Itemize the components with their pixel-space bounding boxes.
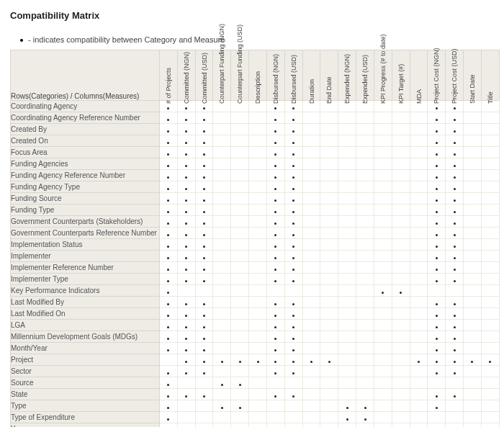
dot-icon xyxy=(292,269,294,271)
matrix-cell xyxy=(446,297,464,308)
dot-icon xyxy=(185,188,187,190)
matrix-cell xyxy=(410,135,428,147)
matrix-cell xyxy=(177,251,195,262)
matrix-cell xyxy=(213,377,231,389)
dot-icon xyxy=(203,315,205,317)
matrix-cell xyxy=(374,274,392,285)
column-header: Project Cost (USD) xyxy=(446,50,464,101)
matrix-cell xyxy=(446,389,464,400)
matrix-cell xyxy=(481,251,499,262)
matrix-cell xyxy=(231,377,249,389)
matrix-cell xyxy=(302,135,320,147)
matrix-cell xyxy=(320,112,338,124)
matrix-cell xyxy=(160,216,178,228)
matrix-cell xyxy=(177,285,195,297)
matrix-cell xyxy=(195,331,213,343)
row-header: Type xyxy=(11,400,160,412)
matrix-cell xyxy=(195,193,213,204)
matrix-cell xyxy=(481,204,499,216)
matrix-cell xyxy=(446,216,464,228)
dot-icon xyxy=(203,280,205,282)
matrix-cell xyxy=(213,285,231,297)
matrix-cell xyxy=(446,412,464,423)
matrix-cell xyxy=(410,112,428,124)
matrix-cell xyxy=(428,297,446,308)
dot-icon xyxy=(239,384,241,386)
matrix-cell xyxy=(266,285,284,297)
matrix-cell xyxy=(160,285,178,297)
dot-icon xyxy=(167,211,169,213)
matrix-cell xyxy=(249,147,267,158)
column-header: Title xyxy=(481,50,499,101)
matrix-cell xyxy=(374,135,392,147)
dot-icon xyxy=(274,223,276,225)
matrix-cell xyxy=(284,216,302,228)
matrix-cell xyxy=(249,297,267,308)
matrix-cell xyxy=(249,124,267,135)
corner-header: Rows(Categories) / Columns(Measures) xyxy=(11,50,160,101)
matrix-cell xyxy=(392,366,410,377)
matrix-cell xyxy=(392,400,410,412)
matrix-cell xyxy=(177,147,195,158)
matrix-cell xyxy=(446,239,464,251)
matrix-cell xyxy=(195,228,213,239)
matrix-cell xyxy=(320,343,338,354)
table-row: Funding Agency Reference Number xyxy=(11,170,500,181)
matrix-cell xyxy=(392,297,410,308)
dot-icon xyxy=(454,315,456,317)
matrix-cell xyxy=(266,274,284,285)
matrix-cell xyxy=(213,308,231,320)
dot-icon xyxy=(454,211,456,213)
matrix-cell xyxy=(320,389,338,400)
matrix-cell xyxy=(177,320,195,331)
table-body: Coordinating AgencyCoordinating Agency R… xyxy=(11,101,500,428)
matrix-cell xyxy=(356,331,374,343)
dot-icon xyxy=(346,407,348,409)
matrix-cell xyxy=(410,274,428,285)
matrix-cell xyxy=(356,285,374,297)
table-row: Year xyxy=(11,423,500,428)
matrix-cell xyxy=(302,239,320,251)
matrix-cell xyxy=(266,377,284,389)
matrix-cell xyxy=(249,320,267,331)
dot-icon xyxy=(292,223,294,225)
dot-icon xyxy=(185,234,187,236)
row-header: Funding Source xyxy=(11,193,160,204)
matrix-cell xyxy=(249,181,267,193)
column-header-label: Disbursed (USD) xyxy=(290,88,297,105)
matrix-cell xyxy=(160,412,178,423)
dot-icon xyxy=(167,338,169,340)
matrix-cell xyxy=(231,228,249,239)
matrix-cell xyxy=(464,181,482,193)
matrix-cell xyxy=(249,354,267,366)
dot-icon xyxy=(167,326,169,328)
matrix-cell xyxy=(249,274,267,285)
matrix-cell xyxy=(213,193,231,204)
matrix-cell xyxy=(195,124,213,135)
matrix-cell xyxy=(249,412,267,423)
matrix-cell xyxy=(410,181,428,193)
matrix-cell xyxy=(374,193,392,204)
matrix-cell xyxy=(481,181,499,193)
matrix-cell xyxy=(446,158,464,170)
matrix-cell xyxy=(195,147,213,158)
matrix-cell xyxy=(195,377,213,389)
matrix-cell xyxy=(464,400,482,412)
dot-icon xyxy=(185,119,187,121)
dot-icon xyxy=(436,165,438,167)
dot-icon xyxy=(454,372,456,374)
dot-icon xyxy=(418,361,420,363)
matrix-cell xyxy=(374,331,392,343)
matrix-cell xyxy=(338,320,356,331)
table-row: Implementer xyxy=(11,251,500,262)
matrix-cell xyxy=(338,158,356,170)
matrix-cell xyxy=(446,354,464,366)
matrix-cell xyxy=(481,274,499,285)
matrix-cell xyxy=(231,412,249,423)
dot-icon xyxy=(292,246,294,248)
matrix-cell xyxy=(249,400,267,412)
matrix-cell xyxy=(338,147,356,158)
dot-icon xyxy=(167,234,169,236)
matrix-cell xyxy=(266,124,284,135)
matrix-cell xyxy=(464,204,482,216)
